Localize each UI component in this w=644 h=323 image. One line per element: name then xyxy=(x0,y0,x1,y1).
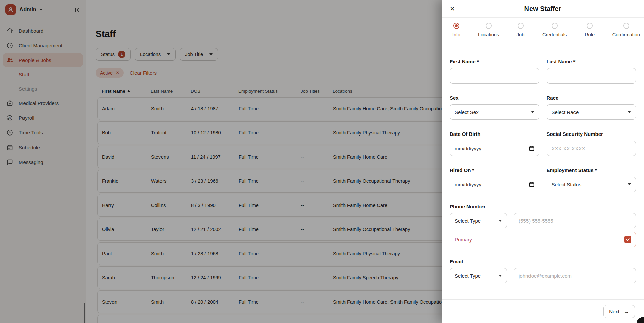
chevron-down-icon xyxy=(499,220,502,222)
employment-status-select[interactable]: Select Status xyxy=(547,177,636,192)
stepper: Info Locations Job Credentials Role Conf… xyxy=(442,18,644,44)
hired-on-date-value: mm/dd/yyyy xyxy=(455,182,481,187)
step-label: Credentials xyxy=(542,32,567,37)
radio-icon xyxy=(587,23,593,29)
modal-title: New Staffer xyxy=(442,5,644,13)
close-icon[interactable]: ✕ xyxy=(450,6,455,12)
radio-icon xyxy=(486,23,492,29)
phone-type-value: Select Type xyxy=(455,218,481,224)
ssn-label: Social Security Number xyxy=(547,131,636,137)
last-name-field[interactable] xyxy=(547,68,636,84)
race-select-value: Select Race xyxy=(552,109,579,115)
radio-selected-icon xyxy=(453,23,459,29)
next-button-label: Next xyxy=(609,309,619,314)
phone-type-select[interactable]: Select Type xyxy=(450,213,507,228)
first-name-field[interactable] xyxy=(450,68,539,84)
primary-label: Primary xyxy=(455,237,472,243)
phone-number-input[interactable] xyxy=(519,218,631,224)
step-label: Role xyxy=(585,32,595,37)
ssn-field[interactable] xyxy=(547,141,636,156)
ssn-input[interactable] xyxy=(552,146,631,151)
calendar-picker-icon[interactable] xyxy=(529,146,534,151)
last-name-input[interactable] xyxy=(552,73,631,79)
calendar-picker-icon[interactable] xyxy=(529,182,534,187)
chevron-down-icon xyxy=(628,183,631,185)
radio-icon xyxy=(518,23,524,29)
step-credentials[interactable]: Credentials xyxy=(542,23,567,44)
step-label: Job xyxy=(517,32,524,37)
phone-number-label: Phone Number xyxy=(450,204,636,209)
step-label: Confirmation xyxy=(612,32,640,37)
step-label: Info xyxy=(452,32,460,37)
staffer-form: First Name * Last Name * Sex Select Sex xyxy=(442,44,644,283)
new-staffer-modal: ✕ New Staffer Info Locations Job Credent… xyxy=(442,0,644,323)
dob-label: Date Of Birth xyxy=(450,131,539,137)
dob-date-field[interactable]: mm/dd/yyyy xyxy=(450,141,539,156)
next-button[interactable]: Next → xyxy=(603,305,635,318)
email-type-select[interactable]: Select Type xyxy=(450,268,507,283)
modal-header: ✕ New Staffer xyxy=(442,0,644,18)
email-label: Email xyxy=(450,259,636,264)
dob-date-value: mm/dd/yyyy xyxy=(455,146,481,151)
chevron-down-icon xyxy=(531,111,534,113)
arrow-right-icon: → xyxy=(624,308,629,315)
step-job[interactable]: Job xyxy=(517,23,524,44)
phone-number-field[interactable] xyxy=(514,213,636,228)
email-input[interactable] xyxy=(519,273,631,279)
race-select[interactable]: Select Race xyxy=(547,104,636,120)
modal-footer: Next → xyxy=(442,299,644,323)
chevron-down-icon xyxy=(628,111,631,113)
first-name-label: First Name * xyxy=(450,59,539,64)
sex-select-value: Select Sex xyxy=(455,109,479,115)
email-field[interactable] xyxy=(514,268,636,283)
step-role[interactable]: Role xyxy=(585,23,595,44)
primary-checkbox-checked[interactable] xyxy=(624,236,631,243)
step-label: Locations xyxy=(478,32,499,37)
step-confirmation[interactable]: Confirmation xyxy=(612,23,640,44)
step-info[interactable]: Info xyxy=(452,23,460,44)
email-type-value: Select Type xyxy=(455,273,481,279)
app-root: Admin Dashboard Client Management xyxy=(0,0,644,323)
employment-status-value: Select Status xyxy=(552,182,581,187)
sex-select[interactable]: Select Sex xyxy=(450,104,539,120)
employment-status-label: Employment Status * xyxy=(547,167,636,173)
radio-icon xyxy=(623,23,629,29)
chevron-down-icon xyxy=(499,275,502,277)
radio-icon xyxy=(552,23,558,29)
last-name-label: Last Name * xyxy=(547,59,636,64)
hired-on-label: Hired On * xyxy=(450,167,539,173)
sex-label: Sex xyxy=(450,95,539,101)
primary-phone-row: Primary xyxy=(450,232,636,247)
step-locations[interactable]: Locations xyxy=(478,23,499,44)
hired-on-date-field[interactable]: mm/dd/yyyy xyxy=(450,177,539,192)
first-name-input[interactable] xyxy=(455,73,534,79)
race-label: Race xyxy=(547,95,636,101)
